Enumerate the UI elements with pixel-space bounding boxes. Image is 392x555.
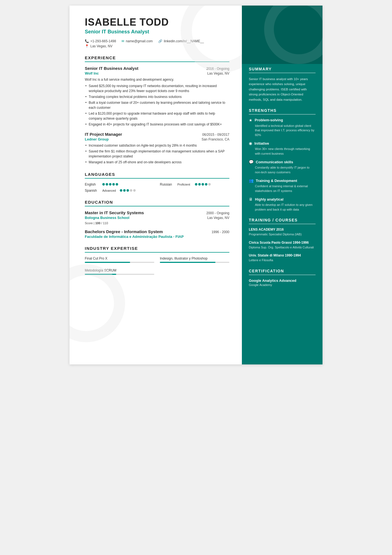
job-block-2: IT Project Manager 06/2015 - 09/2017 Led… xyxy=(85,132,229,165)
languages-section: LANGUAGES English Russian Profi xyxy=(85,172,229,193)
training-item-3: Univ. Statale di Milano 1990-1994 Letter… xyxy=(249,253,316,262)
dot xyxy=(130,189,132,192)
strengths-section: STRENGTHS ★ Problem-solving Identified a… xyxy=(249,108,316,212)
dot xyxy=(202,183,204,186)
location-text: Las Vegas, NV xyxy=(90,44,112,48)
strength-initiative: ◉ Initiative Won 30+ new clients through… xyxy=(249,141,316,156)
strength-comm-desc: Constantly able to demystify IT jargon t… xyxy=(249,165,316,174)
dot xyxy=(195,183,197,186)
strength-anal-desc: Able to develop an IT solution to any gi… xyxy=(249,203,316,212)
expertise-bar-fill-3 xyxy=(85,274,116,275)
strength-anal-title: Highly analytical xyxy=(255,197,284,201)
edu-1-score: Score | 100 / 110 xyxy=(85,221,229,225)
summary-section: SUMMARY Senior IT business analyst with … xyxy=(249,67,316,102)
dot xyxy=(123,189,126,192)
job-block-1: Senior IT Business Analyst 2016 - Ongoin… xyxy=(85,66,229,127)
strength-anal-header: 🖥 Highly analytical xyxy=(249,197,316,201)
education-title: EDUCATION xyxy=(85,200,229,206)
dot xyxy=(109,183,111,186)
linkedin-contact: 🔗 linkedin.com/in/__NAME__ xyxy=(158,39,204,43)
job-1-title: Senior IT Business Analyst xyxy=(85,66,138,71)
languages-grid: English Russian Proficient xyxy=(85,182,229,193)
dot xyxy=(205,183,207,186)
strength-communication: 💬 Communication skills Constantly able t… xyxy=(249,160,316,174)
edu-1-school: Bologna Business School xyxy=(85,216,129,220)
expertise-bar-fill-2 xyxy=(160,262,215,263)
linkedin-url: linkedin.com/in/__NAME__ xyxy=(164,39,204,43)
phone-contact: 📞 +1-293-665-1498 xyxy=(85,39,116,43)
job-1-bullets: Saved $25,000 by revising company IT net… xyxy=(85,83,229,127)
dot xyxy=(198,183,201,186)
edu-1-score-value: 100 xyxy=(95,221,100,225)
dot xyxy=(102,183,105,186)
lang-russian-dots xyxy=(195,183,211,186)
job-1-date: 2016 - Ongoing xyxy=(206,67,229,71)
strength-init-desc: Won 30+ new clients through networking w… xyxy=(249,147,316,156)
right-col-decoration xyxy=(242,6,322,64)
bullet-item: Led a $120,000 project to upgrade intern… xyxy=(85,111,229,121)
cert-item-1: Google Analytics Advanced Google Academy xyxy=(249,278,316,287)
strength-train-title: Training & Development xyxy=(256,179,297,183)
job-2-date: 06/2015 - 09/2017 xyxy=(202,133,229,137)
language-spanish: Spanish Advanced xyxy=(85,189,154,193)
bullet-item: Built a loyal customer base of 20+ custo… xyxy=(85,100,229,110)
strength-ps-title: Problem-solving xyxy=(255,118,283,122)
training-item-2: Civica Scuola Paolo Grassi 1994-1996 Dip… xyxy=(249,241,316,250)
job-1-desc: Wolf Inc is a full service marketing and… xyxy=(85,77,229,82)
language-english: English xyxy=(85,182,154,186)
languages-title: LANGUAGES xyxy=(85,172,229,179)
summary-title: SUMMARY xyxy=(249,67,316,73)
bullet-item: Saved the firm $1 million through implem… xyxy=(85,149,229,159)
strengths-title: STRENGTHS xyxy=(249,108,316,115)
job-1-header: Senior IT Business Analyst 2016 - Ongoin… xyxy=(85,66,229,71)
expertise-label-3: Metodología SCRUM xyxy=(85,268,154,272)
edu-1-degree: Master in IT Security Systems xyxy=(85,210,144,215)
edu-2-school-row: Faculdade de Informática e Administração… xyxy=(85,235,229,239)
expertise-bar-bg-3 xyxy=(85,274,154,275)
left-column: ISABELLE TODD Senior IT Business Analyst… xyxy=(70,6,242,364)
dot xyxy=(112,183,115,186)
training-title: TRAINING / COURSES xyxy=(249,218,316,224)
dot xyxy=(116,183,118,186)
strength-problem-solving: ★ Problem-solving Identified a technical… xyxy=(249,118,316,137)
job-1-company-row: Wolf Inc Las Vegas, NV xyxy=(85,71,229,75)
email-contact: ✉ name@gmail.com xyxy=(121,39,153,43)
strength-comm-header: 💬 Communication skills xyxy=(249,160,316,164)
job-2-header: IT Project Manager 06/2015 - 09/2017 xyxy=(85,132,229,137)
edu-block-1: Master in IT Security Systems 2000 - Ong… xyxy=(85,210,229,225)
expertise-grid: Final Cut Pro X Indesign, Illustrator y … xyxy=(85,256,229,277)
expertise-section: INDUSTRY EXPERTISE Final Cut Pro X Indes… xyxy=(85,246,229,277)
job-2-company-row: Ledner Group San Francisco, CA xyxy=(85,137,229,141)
edu-2-degree: Bachelors Degree - Information System xyxy=(85,229,163,234)
bullet-item: Managed a team of 25 off-shore and on-si… xyxy=(85,160,229,165)
lang-english-dots xyxy=(102,183,118,186)
location-row: 📍 Las Vegas, NV xyxy=(85,44,229,48)
cert-1-name: Google Analytics Advanced xyxy=(249,278,316,283)
training-1-name: LENS ACADEMY 2016 xyxy=(249,228,316,231)
bullet-item: Translating complex technical problems i… xyxy=(85,94,229,99)
training-2-name: Civica Scuola Paolo Grassi 1994-1996 xyxy=(249,241,316,245)
job-2-location: San Francisco, CA xyxy=(202,137,229,141)
location-contact: 📍 Las Vegas, NV xyxy=(85,44,112,48)
expertise-item-3: Metodología SCRUM xyxy=(85,268,154,275)
strength-ps-desc: Identified a technical solution global c… xyxy=(249,124,316,137)
dot xyxy=(208,183,211,186)
lang-russian-name: Russian xyxy=(160,182,175,186)
edu-2-school: Faculdade de Informática e Administração… xyxy=(85,235,184,239)
job-2-company: Ledner Group xyxy=(85,137,109,141)
strength-train-header: 👥 Training & Development xyxy=(249,178,316,183)
dot xyxy=(106,183,108,186)
edu-1-school-row: Bologna Business School Las Vegas, NV xyxy=(85,216,229,220)
job-2-bullets: Increased customer satisfaction on Agile… xyxy=(85,143,229,165)
training-icon: 👥 xyxy=(249,178,254,183)
email-icon: ✉ xyxy=(121,39,124,43)
training-section: TRAINING / COURSES LENS ACADEMY 2016 Pro… xyxy=(249,218,316,262)
dot xyxy=(126,189,129,192)
strength-init-header: ◉ Initiative xyxy=(249,141,316,145)
edu-block-2: Bachelors Degree - Information System 19… xyxy=(85,229,229,239)
experience-section: EXPERIENCE Senior IT Business Analyst 20… xyxy=(85,55,229,165)
language-russian: Russian Proficient xyxy=(160,182,229,186)
strength-comm-title: Communication skills xyxy=(256,160,293,164)
education-section: EDUCATION Master in IT Security Systems … xyxy=(85,200,229,239)
edu-1-header: Master in IT Security Systems 2000 - Ong… xyxy=(85,210,229,215)
